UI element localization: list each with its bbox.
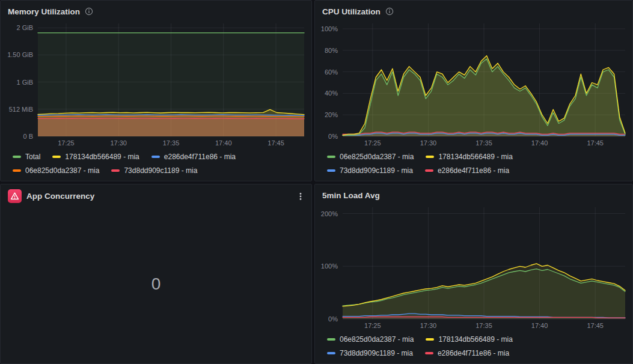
panel-header: CPU Utilization bbox=[315, 1, 632, 19]
stat-body: 0 bbox=[1, 204, 311, 363]
legend-item[interactable]: 73d8dd909c1189 - mia bbox=[327, 166, 413, 175]
info-icon[interactable] bbox=[385, 7, 394, 16]
legend-marker bbox=[327, 352, 335, 354]
legend-marker bbox=[425, 352, 433, 354]
legend-label: e286de4f711e86 - mia bbox=[164, 153, 236, 161]
legend-label: 178134db566489 - mia bbox=[438, 335, 512, 344]
legend-item[interactable]: Total bbox=[13, 153, 40, 161]
stat-value: 0 bbox=[151, 275, 161, 294]
legend-marker bbox=[52, 156, 61, 158]
panel-header: 5min Load Avg bbox=[315, 184, 632, 202]
panel-title-concurrency[interactable]: App Concurrency bbox=[26, 192, 94, 201]
svg-text:40%: 40% bbox=[325, 89, 338, 97]
legend-label: e286de4f711e86 - mia bbox=[438, 166, 509, 175]
svg-text:17:40: 17:40 bbox=[215, 139, 232, 147]
legend-item[interactable]: 73d8dd909c1189 - mia bbox=[327, 349, 413, 357]
panel-header: App Concurrency bbox=[1, 184, 311, 204]
svg-text:1 GiB: 1 GiB bbox=[16, 79, 33, 86]
panel-memory-utilization: Memory Utilization 0 B512 MiB1 GiB1.50 G… bbox=[0, 0, 312, 181]
info-icon[interactable] bbox=[85, 7, 93, 16]
legend-row: 73d8dd909c1189 - miae286de4f711e86 - mia bbox=[327, 346, 630, 360]
svg-text:200%: 200% bbox=[321, 210, 338, 217]
legend-item[interactable]: 06e825d0da2387 - mia bbox=[13, 166, 99, 175]
legend-marker bbox=[327, 169, 335, 172]
legend-row: 06e825d0da2387 - mia178134db566489 - mia bbox=[327, 332, 630, 346]
legend-label: 178134db566489 - mia bbox=[65, 153, 139, 161]
legend-marker bbox=[151, 156, 160, 158]
svg-text:17:35: 17:35 bbox=[476, 322, 492, 329]
svg-text:17:40: 17:40 bbox=[531, 322, 548, 329]
legend-label: 73d8dd909c1189 - mia bbox=[340, 349, 413, 357]
svg-text:17:35: 17:35 bbox=[476, 139, 492, 147]
svg-text:17:45: 17:45 bbox=[268, 139, 284, 147]
svg-text:100%: 100% bbox=[321, 25, 338, 32]
legend-label: 06e825d0da2387 - mia bbox=[340, 335, 414, 344]
legend-item[interactable]: 06e825d0da2387 - mia bbox=[327, 335, 414, 344]
legend-marker bbox=[426, 156, 434, 158]
legend-item[interactable]: 73d8dd909c1189 - mia bbox=[111, 166, 197, 175]
panel-cpu-utilization: CPU Utilization 0%20%40%60%80%100%17:251… bbox=[314, 0, 633, 181]
legend-label: 06e825d0da2387 - mia bbox=[25, 166, 99, 175]
legend-item[interactable]: e286de4f711e86 - mia bbox=[425, 166, 509, 175]
legend-row: Total178134db566489 - miae286de4f711e86 … bbox=[13, 150, 309, 163]
alert-icon[interactable] bbox=[8, 189, 22, 203]
panel-title-load[interactable]: 5min Load Avg bbox=[322, 191, 380, 200]
legend-marker bbox=[327, 338, 335, 341]
svg-text:100%: 100% bbox=[321, 262, 338, 270]
svg-text:17:25: 17:25 bbox=[58, 139, 75, 147]
legend-row: 06e825d0da2387 - mia73d8dd909c1189 - mia bbox=[13, 163, 309, 177]
cpu-legend: 06e825d0da2387 - mia178134db566489 - mia… bbox=[315, 148, 632, 181]
svg-text:17:30: 17:30 bbox=[420, 139, 437, 147]
svg-text:0%: 0% bbox=[328, 133, 338, 140]
load-chart[interactable]: 0%100%200%17:2517:3017:3517:4017:45 bbox=[315, 202, 632, 331]
svg-text:2 GiB: 2 GiB bbox=[16, 24, 33, 31]
load-legend: 06e825d0da2387 - mia178134db566489 - mia… bbox=[315, 331, 632, 363]
legend-label: 06e825d0da2387 - mia bbox=[340, 153, 414, 161]
legend-label: 73d8dd909c1189 - mia bbox=[124, 166, 197, 175]
svg-text:0%: 0% bbox=[328, 315, 338, 323]
svg-text:17:35: 17:35 bbox=[163, 139, 180, 147]
svg-text:17:25: 17:25 bbox=[364, 139, 381, 147]
svg-text:17:45: 17:45 bbox=[587, 139, 604, 147]
panel-title-memory[interactable]: Memory Utilization bbox=[8, 7, 80, 16]
legend-item[interactable]: 06e825d0da2387 - mia bbox=[327, 153, 414, 161]
svg-text:512 MiB: 512 MiB bbox=[9, 106, 33, 113]
svg-text:20%: 20% bbox=[325, 111, 338, 118]
svg-text:17:25: 17:25 bbox=[364, 322, 381, 329]
svg-text:17:30: 17:30 bbox=[420, 322, 437, 329]
legend-label: 73d8dd909c1189 - mia bbox=[340, 166, 413, 175]
svg-text:60%: 60% bbox=[325, 68, 338, 76]
legend-item[interactable]: e286de4f711e86 - mia bbox=[425, 349, 509, 357]
legend-marker bbox=[327, 156, 335, 158]
legend-item[interactable]: e286de4f711e86 - mia bbox=[151, 153, 236, 161]
legend-marker bbox=[111, 169, 120, 172]
legend-item[interactable]: 178134db566489 - mia bbox=[426, 153, 512, 161]
legend-row: 06e825d0da2387 - mia178134db566489 - mia bbox=[327, 150, 630, 163]
legend-marker bbox=[13, 156, 21, 158]
svg-text:1.50 GiB: 1.50 GiB bbox=[7, 51, 33, 58]
dashboard: Memory Utilization 0 B512 MiB1 GiB1.50 G… bbox=[0, 0, 633, 364]
legend-item[interactable]: 178134db566489 - mia bbox=[426, 335, 512, 344]
memory-legend: Total178134db566489 - miae286de4f711e86 … bbox=[1, 148, 311, 181]
svg-text:17:45: 17:45 bbox=[587, 322, 604, 329]
panel-load-avg: 5min Load Avg 0%100%200%17:2517:3017:351… bbox=[314, 184, 633, 364]
legend-row: 73d8dd909c1189 - miae286de4f711e86 - mia bbox=[327, 163, 630, 177]
svg-text:80%: 80% bbox=[325, 47, 338, 54]
kebab-menu-icon[interactable] bbox=[296, 192, 305, 201]
panel-title-cpu[interactable]: CPU Utilization bbox=[322, 7, 381, 16]
legend-marker bbox=[425, 169, 433, 172]
legend-label: 178134db566489 - mia bbox=[438, 153, 512, 161]
memory-chart[interactable]: 0 B512 MiB1 GiB1.50 GiB2 GiB17:2517:3017… bbox=[1, 19, 311, 148]
legend-item[interactable]: 178134db566489 - mia bbox=[52, 153, 139, 161]
legend-label: e286de4f711e86 - mia bbox=[438, 349, 509, 357]
svg-text:0 B: 0 B bbox=[23, 133, 33, 140]
legend-marker bbox=[13, 169, 21, 172]
svg-text:17:30: 17:30 bbox=[110, 139, 127, 147]
svg-text:17:40: 17:40 bbox=[531, 139, 548, 147]
legend-marker bbox=[426, 338, 434, 341]
panel-header: Memory Utilization bbox=[1, 1, 311, 19]
cpu-chart[interactable]: 0%20%40%60%80%100%17:2517:3017:3517:4017… bbox=[315, 19, 632, 148]
legend-label: Total bbox=[25, 153, 40, 161]
panel-app-concurrency: App Concurrency 0 bbox=[0, 184, 312, 364]
